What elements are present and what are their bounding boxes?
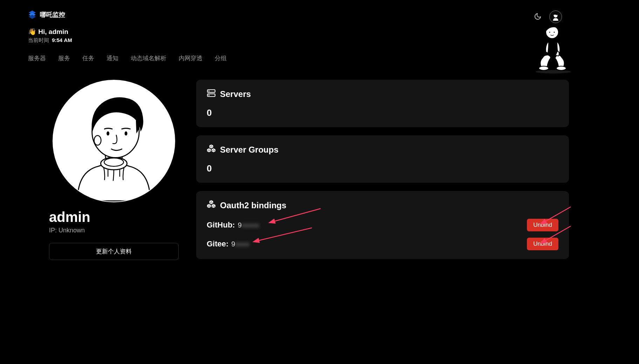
servers-card: Servers 0 (196, 80, 569, 127)
github-id: 9xxxxx (238, 221, 259, 229)
nav-groups[interactable]: 分组 (215, 54, 227, 62)
avatar-illustration (53, 80, 174, 202)
nav-services[interactable]: 服务 (58, 54, 70, 62)
svg-point-2 (536, 70, 571, 74)
binding-github: GitHub: 9xxxxx Unbind (207, 219, 558, 231)
wave-icon: 👋 (28, 28, 36, 35)
avatar-large (53, 80, 175, 202)
logo[interactable]: 哪吒监控 (28, 10, 611, 19)
greeting-text: Hi, admin (38, 28, 68, 35)
theme-toggle[interactable] (534, 13, 542, 21)
binding-gitee-left: Gitee: 9xxxx (207, 239, 249, 248)
logo-icon (28, 10, 36, 19)
time-label: 当前时间 (28, 37, 49, 43)
svg-point-7 (554, 32, 555, 33)
header: 哪吒监控 👋 Hi, admin 当前时间 9:54 AM 服务器 服务 任务 … (0, 0, 639, 69)
unbind-gitee-button[interactable]: Unbind (527, 238, 558, 250)
oauth-card-title: Oauth2 bindings (207, 200, 558, 211)
svg-point-14 (94, 135, 101, 145)
svg-point-13 (125, 131, 128, 135)
moon-icon (534, 13, 542, 20)
svg-point-10 (104, 158, 123, 166)
svg-point-12 (106, 131, 109, 135)
svg-point-6 (549, 32, 550, 33)
github-label: GitHub: (207, 220, 235, 230)
svg-point-18 (209, 95, 209, 95)
binding-gitee: Gitee: 9xxxx Unbind (207, 238, 558, 250)
svg-point-4 (556, 66, 566, 70)
gitee-label: Gitee: (207, 239, 228, 248)
oauth-card: Oauth2 bindings GitHub: 9xxxxx Unbind Gi… (196, 191, 569, 259)
server-groups-card-title: Server Groups (207, 144, 558, 155)
main-content: admin IP: Unknown 更新个人资料 Servers 0 Serve… (0, 69, 639, 260)
ip-info: IP: Unknown (49, 227, 85, 234)
nav-tasks[interactable]: 任务 (82, 54, 94, 62)
server-icon (207, 89, 216, 100)
main-nav: 服务器 服务 任务 通知 动态域名解析 内网穿透 分组 (28, 54, 611, 69)
oauth-title-text: Oauth2 bindings (220, 201, 286, 210)
server-groups-card: Server Groups 0 (196, 135, 569, 183)
header-illustration (530, 21, 576, 74)
app-name: 哪吒监控 (40, 10, 65, 19)
server-groups-title-text: Server Groups (220, 145, 279, 155)
profile-column: admin IP: Unknown 更新个人资料 (49, 80, 179, 260)
binding-github-left: GitHub: 9xxxxx (207, 220, 259, 230)
time-value: 9:54 AM (52, 37, 72, 43)
servers-count: 0 (207, 107, 558, 118)
nav-ddns[interactable]: 动态域名解析 (131, 54, 166, 62)
servers-title-text: Servers (220, 89, 251, 99)
nav-servers[interactable]: 服务器 (28, 54, 46, 62)
svg-point-17 (209, 91, 209, 91)
unbind-github-button[interactable]: Unbind (527, 219, 558, 231)
server-groups-count: 0 (207, 163, 558, 174)
servers-card-title: Servers (207, 89, 558, 100)
nav-notifications[interactable]: 通知 (106, 54, 118, 62)
boxes-icon (207, 144, 216, 155)
update-profile-button[interactable]: 更新个人资料 (49, 243, 179, 260)
greeting: 👋 Hi, admin (28, 28, 611, 36)
boxes-icon (207, 200, 216, 211)
current-time: 当前时间 9:54 AM (28, 37, 611, 44)
username: admin (49, 209, 90, 225)
gitee-id: 9xxxx (231, 240, 249, 248)
cards-column: Servers 0 Server Groups 0 Oauth2 binding… (196, 80, 569, 260)
svg-point-3 (539, 66, 549, 70)
nav-nat[interactable]: 内网穿透 (179, 54, 202, 62)
